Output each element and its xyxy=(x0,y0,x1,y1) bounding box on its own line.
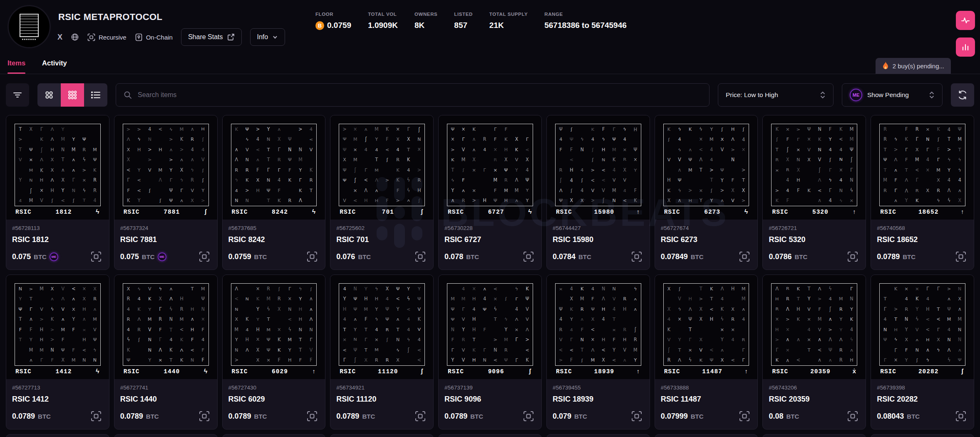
refresh-button[interactable] xyxy=(951,83,974,107)
nft-card[interactable]: ΨʃKFΓϟH4Ψϟ4ϟΨ4FFNʃHM×Ψ<ʃNKR×RH4><4XYʃ4ʃ<… xyxy=(546,115,650,270)
nft-image: ×4K4NNϟXMFΛVRʌΨKRΨH4Hʌ4YʌX4TR4F<×RʃVΓN×H… xyxy=(547,275,650,379)
quick-buy-button[interactable] xyxy=(521,250,536,264)
nft-card[interactable]: ΛRKTΛϟΓHRTY>4MNRΛHVFʃRY×>K×MʌYKH×4V>Y4>ʌ… xyxy=(762,275,866,430)
stat-floor: FLOOR B 0.0759 xyxy=(315,12,351,30)
quick-buy-button[interactable] xyxy=(630,250,644,264)
quick-buy-button[interactable] xyxy=(89,409,103,423)
nft-card[interactable] xyxy=(871,434,974,437)
recursive-label: Recursive xyxy=(99,34,127,41)
image-rune-glyph: ϟ xyxy=(528,209,532,215)
quick-buy-button[interactable] xyxy=(305,409,319,423)
pending-transactions-badge[interactable]: 2 buy(s) pending... xyxy=(876,58,951,74)
nft-card[interactable]: N>MXV<×XYTʌΛʌXRΨΓVϟVXHʌTʌ>KʌYʌMFFH>MF×VT… xyxy=(6,275,109,430)
price-value: 0.0759 xyxy=(228,252,251,261)
nft-card[interactable]: >>4<ϟMʌHΛϟN>KRʃXH>Hʌ>44X>>ʌʌV<YVMYXϟʃΓ<Λ… xyxy=(114,115,218,270)
quick-buy-button[interactable] xyxy=(954,409,968,423)
scan-icon xyxy=(306,410,318,422)
quick-buy-button[interactable] xyxy=(737,409,752,423)
view-small-grid-button[interactable] xyxy=(61,83,84,107)
pending-filter-select[interactable]: ME Show Pending xyxy=(842,83,943,107)
scan-icon xyxy=(955,410,967,422)
nft-image-caption: RSIC 6029 ↑ xyxy=(231,368,317,377)
quick-buy-button[interactable] xyxy=(197,409,211,423)
price-value: 0.0789 xyxy=(120,412,143,421)
quick-buy-button[interactable] xyxy=(305,250,319,264)
nft-image-caption: RSIC 6727 ϟ xyxy=(447,209,533,217)
nft-card[interactable] xyxy=(438,434,542,437)
nft-card[interactable] xyxy=(655,434,758,437)
image-token-number: 9096 xyxy=(464,368,528,375)
share-stats-button[interactable]: Share Stats xyxy=(181,28,242,46)
nft-card[interactable]: TXΓΛY>KΛMYΨTΨʃHNMRMV×ΛXTʌϟΨMKXʌʌ>KYNHΛXΓ… xyxy=(6,115,109,270)
scan-icon xyxy=(630,410,643,422)
image-token-number: 20282 xyxy=(896,368,960,375)
search-input[interactable] xyxy=(138,91,702,99)
sort-select[interactable]: Price: Low to High xyxy=(718,83,834,107)
nft-card[interactable]: >×ʌMK×ΓʃΨMʃYFXXNΨ×44<4TXXMTʃRKΨʃΓMK4>Ψʃ<… xyxy=(330,115,434,270)
website-globe-icon[interactable] xyxy=(71,33,79,41)
stats-chart-button[interactable] xyxy=(956,37,975,57)
quick-buy-button[interactable] xyxy=(846,409,860,423)
nft-card[interactable]: KΨ>Yʌ>4ϟ4NXΨ<ʌV<TΓNNVΛNʌTRΨMRRFΓΓFYKϟKXN… xyxy=(222,115,326,270)
price-unit: BTC xyxy=(903,253,915,260)
quick-buy-button[interactable] xyxy=(413,250,427,264)
nft-card[interactable]: XϟVϟʌTMR4KXΛHΨ4KYΓϟRHNRΛMRNMʌ×4RVFT<HFϟʃ… xyxy=(114,275,218,430)
share-icon xyxy=(227,33,235,41)
image-collection-label: RSIC xyxy=(232,209,248,215)
nft-card[interactable]: K××ΓΓ>NT4K4ʌXΓ>RYHTΨʌ4TNϟ<<MMNHYV<Γ4NΨϟX… xyxy=(871,275,974,430)
image-collection-label: RSIC xyxy=(772,368,788,375)
tab-items[interactable]: Items xyxy=(7,56,25,74)
stat-value: 857 xyxy=(454,21,473,30)
quick-buy-button[interactable] xyxy=(954,250,968,264)
filter-button[interactable] xyxy=(6,83,29,107)
quick-buy-button[interactable] xyxy=(630,409,644,423)
quick-buy-button[interactable] xyxy=(846,250,860,264)
inscription-number: #56743206 xyxy=(769,385,860,391)
quick-buy-button[interactable] xyxy=(197,250,211,264)
nft-card[interactable] xyxy=(114,434,218,437)
nft-card[interactable]: K×>ΨNFKMʃFΓ×KY<MTʃ×VN44ΨRXNXVʃNʃ×RXʃΓ×Γ4… xyxy=(762,115,866,270)
price-row: 0.08 BTC ME xyxy=(769,409,860,423)
tab-activity[interactable]: Activity xyxy=(42,56,67,74)
nft-card-info: #56730228 RSIC 6727 0.078 BTC ME xyxy=(439,220,541,270)
nft-card[interactable]: Ψ×KΓF×ΓʌRFKXΓ>Vʌ4×HK<KMXRXVXTʃ×Γ×ΨY4ϟFMR… xyxy=(438,115,542,270)
nft-card[interactable]: XʃTKΛHMVH>T4MXϟΛX<KXʌ4×ΨXHϟR4KT××VYΓXY4R… xyxy=(655,275,758,430)
price-row: 0.075 BTC ME xyxy=(120,250,211,264)
nft-card[interactable]: KϟKϟYʃHʃʃ4×MXΛ4ϟʌ<4V>×VVΨΛ4NʌMT>Ψ>HΨTYFT… xyxy=(655,115,758,270)
nft-card[interactable] xyxy=(762,434,866,437)
nft-card[interactable] xyxy=(222,434,326,437)
onchain-label: On-Chain xyxy=(146,34,173,41)
nft-card[interactable]: Λ×RʃΓϟʃ<NKMR×YʌNYϟXNHʌXKYT<HΛM4HM×ϟNNYHX… xyxy=(222,275,326,430)
activity-pulse-button[interactable] xyxy=(956,11,975,30)
inscription-number: #56725602 xyxy=(336,225,427,231)
price-value: 0.0789 xyxy=(12,412,35,421)
price-value: 0.075 xyxy=(12,252,31,261)
nft-card[interactable] xyxy=(330,434,434,437)
scan-icon xyxy=(414,410,427,422)
stat-range: RANGE 56718386 to 56745946 xyxy=(544,12,627,30)
x-twitter-icon[interactable]: X xyxy=(57,33,62,42)
quick-buy-button[interactable] xyxy=(737,250,752,264)
image-collection-label: RSIC xyxy=(340,209,356,215)
nft-card[interactable] xyxy=(546,434,650,437)
image-collection-label: RSIC xyxy=(664,368,680,375)
nft-name: RSIC 1812 xyxy=(12,235,103,244)
nft-card[interactable]: ×4K4NNϟXMFΛVRʌΨKRΨH4Hʌ4YʌX4TR4F<×RʃVΓN×H… xyxy=(546,275,650,430)
quick-buy-button[interactable] xyxy=(413,409,427,423)
info-dropdown-button[interactable]: Info xyxy=(250,28,285,46)
nft-card[interactable]: RFR×K4ΨRϟKΓNʃTMT>ΓXΓF>TΨΛFM4ΓϟϟTʌT<×MYϟM… xyxy=(871,115,974,270)
nft-name: RSIC 11120 xyxy=(336,395,427,404)
scan-icon xyxy=(90,250,102,263)
view-list-button[interactable] xyxy=(84,83,107,107)
price-value: 0.0789 xyxy=(444,412,467,421)
nft-card[interactable]: 4×ʌ<ϟKMMH4×ʃΓΨΨΓ4Ψϟ4VΨVHTϟΛVNYHFY×ΛFRT>M… xyxy=(438,275,542,430)
nft-card[interactable] xyxy=(6,434,109,437)
stat-owners: OWNERS 8K xyxy=(414,12,437,30)
view-large-grid-button[interactable] xyxy=(37,83,61,107)
quick-buy-button[interactable] xyxy=(521,409,536,423)
nft-card[interactable]: 4NYϟXΨYYYΨHH4<ϟΨHΨMYΨY<V4ʌFϟΨʌ4KTYT4RT4V… xyxy=(330,275,434,430)
sort-select-value: Price: Low to High xyxy=(726,91,778,99)
image-rune-glyph: ↑ xyxy=(853,209,857,215)
quick-buy-button[interactable] xyxy=(89,250,103,264)
image-token-number: 5320 xyxy=(788,209,852,215)
